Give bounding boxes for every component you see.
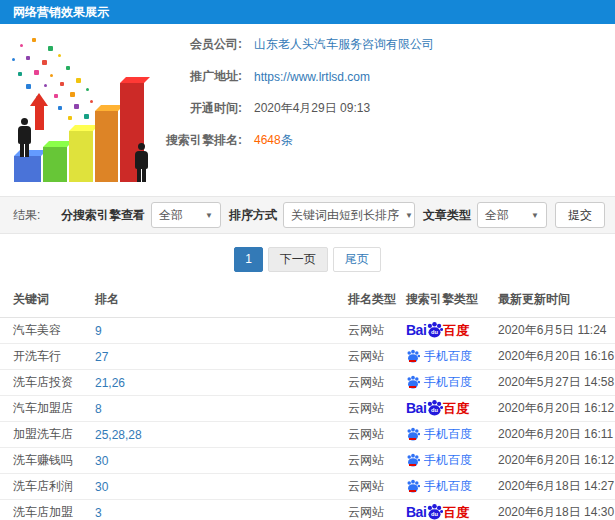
next-page-button[interactable]: 下一页 xyxy=(268,247,328,272)
businessman-figure-left xyxy=(18,118,31,157)
table-row: 开洗车行27云网站手机百度2020年6月20日 16:16 xyxy=(0,344,615,370)
confetti-dot xyxy=(20,44,23,47)
rank-type-cell: 云网站 xyxy=(348,500,406,520)
engine-filter-value: 全部 xyxy=(159,207,183,224)
engine-filter-label: 分搜索引擎查看 xyxy=(61,207,145,224)
updated-cell: 2020年6月20日 16:11 xyxy=(498,422,615,448)
info-fields: 会员公司: 山东老人头汽车服务咨询有限公司 推广地址: https://www.… xyxy=(150,36,605,164)
article-type-select[interactable]: 全部 ▼ xyxy=(477,202,547,228)
keyword-cell: 洗车店利润 xyxy=(0,474,95,500)
chevron-down-icon: ▼ xyxy=(405,211,413,220)
rank-link[interactable]: 30 xyxy=(95,454,108,468)
updated-cell: 2020年6月5日 11:24 xyxy=(498,318,615,344)
confetti-dot xyxy=(12,58,15,61)
promo-url-field: 推广地址: https://www.lrtlsd.com xyxy=(150,68,605,85)
result-label: 结果: xyxy=(10,207,40,224)
rank-link[interactable]: 27 xyxy=(95,350,108,364)
member-company-link[interactable]: 山东老人头汽车服务咨询有限公司 xyxy=(254,36,434,53)
open-time-value: 2020年4月29日 09:13 xyxy=(254,100,370,117)
pagination: 1 下一页 尾页 xyxy=(0,234,615,281)
last-page-button[interactable]: 尾页 xyxy=(333,247,381,272)
rank-type-cell: 云网站 xyxy=(348,448,406,474)
baidu-logo: Baidu百度 xyxy=(406,402,469,416)
svg-text:du: du xyxy=(431,511,438,517)
paw-icon: du xyxy=(426,321,443,338)
rank-link[interactable]: 25,28,28 xyxy=(95,428,142,442)
filter-bar: 结果: 分搜索引擎查看 全部 ▼ 排序方式 关键词由短到长排序 ▼ 文章类型 全… xyxy=(0,196,615,234)
rank-link[interactable]: 8 xyxy=(95,402,102,416)
mobile-baidu-icon xyxy=(406,349,420,363)
table-row: 洗车赚钱吗30云网站手机百度2020年6月20日 16:12 xyxy=(0,448,615,474)
rank-cell: 9 xyxy=(95,318,348,344)
svg-text:du: du xyxy=(431,329,438,335)
updated-cell: 2020年6月18日 14:27 xyxy=(498,474,615,500)
keyword-cell: 洗车店投资 xyxy=(0,370,95,396)
rank-link[interactable]: 30 xyxy=(95,480,108,494)
table-row: 洗车店利润30云网站手机百度2020年6月18日 14:27 xyxy=(0,474,615,500)
sort-filter-select[interactable]: 关键词由短到长排序 ▼ xyxy=(283,202,415,228)
mobile-baidu-badge: 手机百度 xyxy=(406,453,472,467)
member-company-label: 会员公司: xyxy=(150,36,242,53)
rank-cell: 27 xyxy=(95,344,348,370)
baidu-logo: Baidu百度 xyxy=(406,506,469,520)
mobile-baidu-badge: 手机百度 xyxy=(406,375,472,389)
engine-rank-value: 4648条 xyxy=(254,132,293,149)
paw-icon: du xyxy=(426,399,443,416)
engine-rank-field: 搜索引擎排名: 4648条 xyxy=(150,132,605,149)
paw-icon xyxy=(406,479,420,493)
chevron-down-icon: ▼ xyxy=(205,211,213,220)
rank-cell: 8 xyxy=(95,396,348,422)
engine-cell: 手机百度 xyxy=(406,474,498,500)
confetti-dot xyxy=(58,54,61,57)
rank-link[interactable]: 3 xyxy=(95,506,102,520)
updated-cell: 2020年6月20日 16:12 xyxy=(498,448,615,474)
confetti-dot xyxy=(84,114,89,119)
paw-icon xyxy=(406,427,420,441)
table-row: 洗车店投资21,26云网站手机百度2020年5月27日 14:58 xyxy=(0,370,615,396)
submit-button[interactable]: 提交 xyxy=(555,202,605,228)
paw-icon xyxy=(406,375,420,389)
sort-filter-value: 关键词由短到长排序 xyxy=(291,207,399,224)
up-arrow-icon xyxy=(35,106,44,130)
engine-filter-select[interactable]: 全部 ▼ xyxy=(151,202,221,228)
rank-cell: 3 xyxy=(95,500,348,520)
mobile-baidu-badge: 手机百度 xyxy=(406,479,472,493)
rank-cell: 30 xyxy=(95,474,348,500)
mobile-baidu-icon xyxy=(406,375,420,389)
engine-cell: 手机百度 xyxy=(406,344,498,370)
businessman-figure-right xyxy=(135,143,148,182)
confetti-dot xyxy=(44,84,47,87)
engine-rank-count: 4648 xyxy=(254,133,281,147)
rank-type-cell: 云网站 xyxy=(348,396,406,422)
rank-type-cell: 云网站 xyxy=(348,474,406,500)
promo-url-link[interactable]: https://www.lrtlsd.com xyxy=(254,70,370,84)
paw-icon xyxy=(406,453,420,467)
mobile-baidu-icon xyxy=(406,427,420,441)
confetti-dot xyxy=(18,72,22,76)
col-keyword: 关键词 xyxy=(0,281,95,318)
keyword-cell: 加盟洗车店 xyxy=(0,422,95,448)
confetti-dot xyxy=(86,88,89,91)
rank-link[interactable]: 21,26 xyxy=(95,376,125,390)
updated-cell: 2020年6月18日 14:30 xyxy=(498,500,615,520)
engine-cell: 手机百度 xyxy=(406,448,498,474)
confetti-dot xyxy=(90,100,93,103)
bar-green xyxy=(43,147,67,182)
mobile-baidu-icon xyxy=(406,453,420,467)
open-time-label: 开通时间: xyxy=(150,100,242,117)
table-header-row: 关键词 排名 排名类型 搜索引擎类型 最新更新时间 xyxy=(0,281,615,318)
chevron-down-icon: ▼ xyxy=(531,211,539,220)
confetti-dot xyxy=(70,92,75,97)
confetti-dot xyxy=(66,66,70,70)
bar-blue xyxy=(14,156,41,182)
engine-cell: 手机百度 xyxy=(406,422,498,448)
col-rank-type: 排名类型 xyxy=(348,281,406,318)
rank-link[interactable]: 9 xyxy=(95,324,102,338)
mobile-baidu-badge: 手机百度 xyxy=(406,427,472,441)
table-row: 汽车加盟店8云网站Baidu百度2020年6月20日 16:12 xyxy=(0,396,615,422)
table-row: 洗车店加盟3云网站Baidu百度2020年6月18日 14:30 xyxy=(0,500,615,520)
engine-cell: 手机百度 xyxy=(406,370,498,396)
page-1-button[interactable]: 1 xyxy=(234,247,263,272)
col-rank: 排名 xyxy=(95,281,348,318)
confetti-dot xyxy=(50,74,53,77)
